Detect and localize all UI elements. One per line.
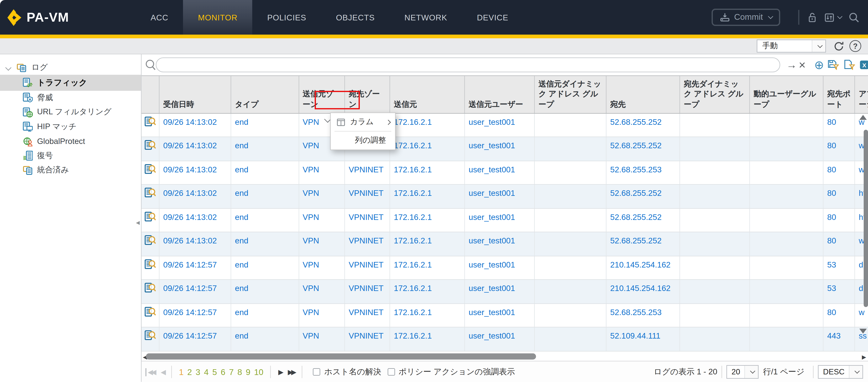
log-row[interactable]: 09/26 14:12:57endVPNVPNINET172.16.2.1use… bbox=[142, 304, 868, 328]
column-header[interactable]: 送信元ユーザー bbox=[465, 76, 535, 113]
menu-item-columns[interactable]: カラム bbox=[331, 113, 395, 131]
next-page-button[interactable]: ▶ bbox=[275, 368, 285, 376]
cell-time[interactable]: 09/26 14:13:02 bbox=[159, 137, 231, 161]
cell-port[interactable]: 80 bbox=[824, 185, 855, 208]
save-filter-icon[interactable] bbox=[828, 60, 839, 70]
cell-to_zone[interactable]: VPNINET bbox=[345, 304, 390, 327]
scroll-down-arrow[interactable] bbox=[859, 329, 867, 334]
horizontal-scrollbar-thumb[interactable] bbox=[146, 353, 536, 360]
page-number-2[interactable]: 2 bbox=[187, 368, 192, 377]
apply-filter-icon[interactable]: → bbox=[786, 60, 797, 70]
config-transfer-control[interactable] bbox=[825, 13, 841, 22]
cell-port[interactable]: 80 bbox=[824, 161, 855, 185]
scroll-up-arrow[interactable] bbox=[859, 115, 867, 120]
log-detail-icon[interactable] bbox=[145, 259, 156, 270]
cell-to_zone[interactable]: VPNINET bbox=[345, 209, 390, 232]
vertical-scrollbar-thumb[interactable] bbox=[864, 130, 868, 307]
sidebar-item-threat-log[interactable]: 脅威 bbox=[0, 91, 141, 105]
cell-from_zone[interactable]: VPN bbox=[299, 209, 345, 232]
page-number-6[interactable]: 6 bbox=[221, 368, 225, 377]
cell-to_zone[interactable]: VPNINET bbox=[345, 232, 390, 256]
cell-type[interactable]: end bbox=[231, 232, 299, 256]
page-number-5[interactable]: 5 bbox=[212, 368, 217, 377]
column-header[interactable]: 動的ユーザーグループ bbox=[750, 76, 824, 113]
cell-dest[interactable]: 52.68.255.252 bbox=[607, 209, 680, 232]
cell-port[interactable]: 80 bbox=[824, 304, 855, 327]
log-row[interactable]: 09/26 14:12:57endVPNVPNINET172.16.2.1use… bbox=[142, 280, 868, 304]
load-filter-icon[interactable] bbox=[844, 60, 855, 70]
cell-time[interactable]: 09/26 14:12:57 bbox=[159, 304, 231, 327]
log-detail-icon[interactable] bbox=[145, 235, 156, 246]
page-number-8[interactable]: 8 bbox=[238, 368, 242, 377]
page-number-1[interactable]: 1 bbox=[179, 368, 184, 377]
cell-source[interactable]: 172.16.2.1 bbox=[390, 256, 465, 280]
log-detail-icon[interactable] bbox=[145, 140, 156, 151]
cell-dest[interactable]: 210.145.254.162 bbox=[607, 280, 680, 303]
cell-source[interactable]: 172.16.2.1 bbox=[390, 304, 465, 327]
cell-to_zone[interactable]: VPNINET bbox=[345, 280, 390, 303]
scroll-right-arrow[interactable]: ▶ bbox=[862, 353, 866, 361]
cell-from_zone[interactable]: VPN bbox=[299, 161, 345, 185]
tab-network[interactable]: NETWORK bbox=[390, 0, 462, 35]
cell-time[interactable]: 09/26 14:13:02 bbox=[159, 114, 231, 137]
log-row[interactable]: 09/26 14:12:57endVPNVPNINET172.16.2.1use… bbox=[142, 328, 868, 352]
log-detail-icon[interactable] bbox=[145, 283, 156, 294]
cell-port[interactable]: 53 bbox=[824, 256, 855, 280]
cell-dest[interactable]: 52.68.255.253 bbox=[607, 304, 680, 327]
cell-dest[interactable]: 52.109.44.111 bbox=[607, 328, 680, 351]
page-number-10[interactable]: 10 bbox=[254, 368, 264, 377]
cell-port[interactable]: 80 bbox=[824, 114, 855, 137]
previous-page-button[interactable]: ◀ bbox=[158, 368, 167, 376]
tab-device[interactable]: DEVICE bbox=[462, 0, 523, 35]
cell-source[interactable]: 172.16.2.1 bbox=[390, 137, 465, 161]
cell-type[interactable]: end bbox=[231, 256, 299, 280]
sidebar-item-traffic-log[interactable]: トラフィック bbox=[0, 74, 141, 91]
cell-time[interactable]: 09/26 14:12:57 bbox=[159, 280, 231, 303]
cell-from_zone[interactable]: VPN bbox=[299, 185, 345, 208]
cell-port[interactable]: 53 bbox=[824, 280, 855, 303]
cell-dest[interactable]: 210.145.254.162 bbox=[607, 256, 680, 280]
sidebar-item-hip-match-log[interactable]: HIP マッチ bbox=[0, 120, 141, 134]
sidebar-item-decryption-log[interactable]: 復号 bbox=[0, 149, 141, 163]
cell-source[interactable]: 172.16.2.1 bbox=[390, 209, 465, 232]
column-header[interactable]: 送信元ダイナミック アドレス グループ bbox=[535, 76, 607, 113]
sidebar-item-logs-root[interactable]: ログ bbox=[0, 60, 141, 74]
log-row[interactable]: 09/26 14:13:02endVPN172.16.2.1user_test0… bbox=[142, 137, 868, 161]
cell-source[interactable]: 172.16.2.1 bbox=[390, 185, 465, 208]
cell-source[interactable]: 172.16.2.1 bbox=[390, 114, 465, 137]
cell-to_zone[interactable]: VPNINET bbox=[345, 185, 390, 208]
column-header[interactable]: 宛先 bbox=[607, 76, 680, 113]
commit-button[interactable]: Commit bbox=[711, 9, 780, 26]
column-header[interactable]: タイプ bbox=[231, 76, 299, 113]
cell-port[interactable]: 80 bbox=[824, 232, 855, 256]
export-csv-icon[interactable]: X bbox=[860, 61, 868, 69]
sort-order-select[interactable]: DESC bbox=[818, 365, 863, 379]
cell-type[interactable]: end bbox=[231, 114, 299, 137]
page-number-9[interactable]: 9 bbox=[246, 368, 251, 377]
cell-from_zone[interactable]: VPN bbox=[299, 280, 345, 303]
cell-port[interactable]: 80 bbox=[824, 137, 855, 161]
page-number-4[interactable]: 4 bbox=[204, 368, 209, 377]
cell-from_zone[interactable]: VPN bbox=[299, 328, 345, 351]
log-row[interactable]: 09/26 14:13:02endVPNVPNINET172.16.2.1use… bbox=[142, 185, 868, 209]
cell-type[interactable]: end bbox=[231, 185, 299, 208]
cell-type[interactable]: end bbox=[231, 161, 299, 185]
log-row[interactable]: 09/26 14:12:57endVPNVPNINET172.16.2.1use… bbox=[142, 256, 868, 280]
cell-from_zone[interactable]: VPN bbox=[299, 232, 345, 256]
cell-dest[interactable]: 52.68.255.253 bbox=[607, 161, 680, 185]
cell-user[interactable]: user_test001 bbox=[465, 304, 535, 327]
cell-time[interactable]: 09/26 14:13:02 bbox=[159, 185, 231, 208]
add-filter-icon[interactable]: ⊕ bbox=[814, 59, 824, 71]
cell-user[interactable]: user_test001 bbox=[465, 114, 535, 137]
resolve-hostname-checkbox[interactable] bbox=[313, 369, 320, 376]
cell-user[interactable]: user_test001 bbox=[465, 137, 535, 161]
page-number-3[interactable]: 3 bbox=[195, 368, 200, 377]
log-row[interactable]: 09/26 14:13:02endVPNVPNINET172.16.2.1use… bbox=[142, 209, 868, 233]
column-header[interactable]: 受信日時 bbox=[159, 76, 231, 113]
cell-to_zone[interactable]: VPNINET bbox=[345, 161, 390, 185]
tab-monitor[interactable]: MONITOR bbox=[183, 0, 252, 35]
cell-from_zone[interactable]: VPN bbox=[299, 304, 345, 327]
cell-port[interactable]: 80 bbox=[824, 209, 855, 232]
refresh-icon[interactable] bbox=[833, 41, 844, 52]
cell-source[interactable]: 172.16.2.1 bbox=[390, 280, 465, 303]
